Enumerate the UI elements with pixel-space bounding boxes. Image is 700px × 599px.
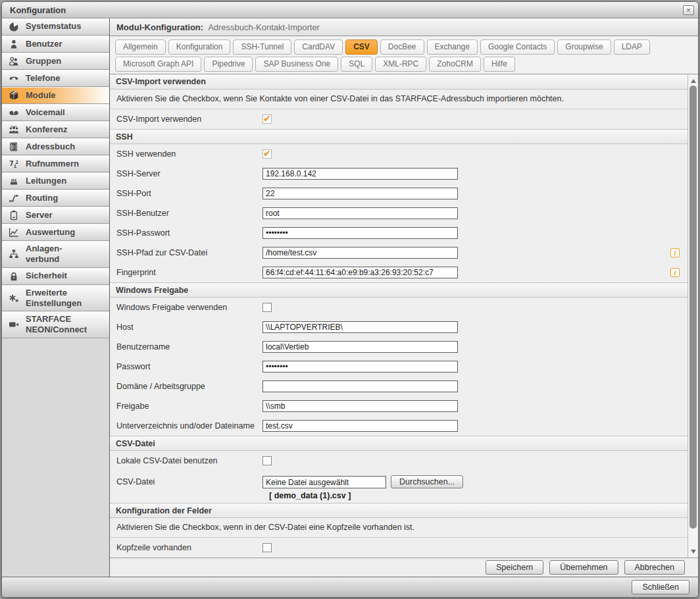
tab-google-contacts[interactable]: Google Contacts [480,39,555,55]
sidebar-item-label: Leitungen [26,174,66,188]
header-row-checkbox[interactable] [262,543,272,552]
tab-csv[interactable]: CSV [345,39,378,55]
field-row: SSH-Pfad zur CSV-Datei /home/test.csv i [110,243,688,263]
sidebar-item-systemstatus[interactable]: Systemstatus [2,18,109,36]
sidebar-item-label: Erweiterte Einstellungen [26,286,82,311]
sidebar-item-label: Konferenz [26,122,68,137]
sidebar-item-sicherheit[interactable]: Sicherheit [2,268,109,285]
field-row: Domäne / Arbeitsgruppe [110,377,688,396]
windows-username-label: Benutzername [116,342,262,352]
tab-bar: Allgemein Konfiguration SSH-Tunnel CardD… [110,36,698,74]
ssh-path-input[interactable]: /home/test.csv [262,247,458,259]
sidebar-item-label: Routing [26,191,58,205]
ssh-port-input[interactable]: 22 [262,188,458,199]
windows-password-input[interactable]: •••••••• [262,361,458,373]
sidebar-item-module[interactable]: Module [2,87,109,104]
csv-file-label: CSV-Datei [116,477,262,486]
tab-konfiguration[interactable]: Konfiguration [168,39,231,55]
tab-ssh-tunnel[interactable]: SSH-Tunnel [233,39,291,55]
server-icon [2,210,26,221]
tab-row-2: Microsoft Graph API Pipedrive SAP Busine… [115,57,698,72]
sidebar-item-label: STARFACE NEON/Connect [26,312,87,338]
windows-password-label: Passwort [116,362,262,371]
scroll-down-icon[interactable] [688,546,698,556]
ssh-password-input[interactable]: •••••••• [262,227,458,239]
tab-hilfe[interactable]: Hilfe [484,57,515,72]
sidebar-item-erweiterte-einstellungen[interactable]: Erweiterte Einstellungen [2,285,109,312]
sidebar-item-benutzer[interactable]: Benutzer [2,36,109,53]
field-row: SSH verwenden [110,144,688,164]
sidebar-item-telefone[interactable]: Telefone [2,70,109,87]
lock-icon [2,271,26,282]
field-row: Fingerprint 66:f4:cd:ef:44:11:64:a0:e9:b… [110,263,688,282]
field-row: Host \\LAPTOPVERTRIEB\ [110,317,688,337]
ssh-server-label: SSH-Server [116,169,262,178]
close-icon[interactable]: × [683,5,694,15]
csv-file-input[interactable]: Keine Datei ausgewählt [262,476,386,488]
fingerprint-input[interactable]: 66:f4:cd:ef:44:11:64:a0:e9:b9:a3:26:93:2… [262,267,458,278]
header-row-checkbox-label: Kopfzeile vorhanden [116,543,262,552]
apply-button[interactable]: Übernehmen [549,560,618,575]
ssh-server-input[interactable]: 192.168.0.142 [262,168,458,180]
csv-import-checkbox[interactable] [262,115,272,124]
sidebar-item-adressbuch[interactable]: Adressbuch [2,138,109,155]
host-input[interactable]: \\LAPTOPVERTRIEB\ [262,321,458,333]
info-icon[interactable]: i [670,268,680,277]
sidebar-item-label: Rufnummern [26,157,79,171]
sidebar-item-starface-neon[interactable]: STARFACE NEON/Connect [2,311,109,338]
section-header-csv-import: CSV-Import verwenden [110,74,688,90]
window-title: Konfiguration [10,5,683,15]
sidebar-item-gruppen[interactable]: Gruppen [2,53,109,70]
tab-zohocrm[interactable]: ZohoCRM [429,57,481,72]
csv-import-description: Aktivieren Sie die Checkbox, wenn Sie Ko… [110,90,688,109]
ssh-use-checkbox[interactable] [262,149,272,159]
sidebar-item-anlagenverbund[interactable]: Anlagen- verbund [2,241,109,268]
info-icon[interactable]: i [670,248,680,257]
ssh-user-input[interactable]: root [262,207,458,219]
sidebar-item-server[interactable]: Server [2,207,109,224]
tab-sql[interactable]: SQL [341,57,372,72]
tab-docbee[interactable]: DocBee [380,39,424,55]
tab-xml-rpc[interactable]: XML-RPC [375,57,426,72]
tab-microsoft-graph-api[interactable]: Microsoft Graph API [115,57,201,72]
vertical-scrollbar[interactable] [688,74,698,558]
section-header-konfiguration-der-felder: Konfiguration der Felder [110,503,688,518]
cancel-button[interactable]: Abbrechen [624,560,685,575]
title-bar: Konfiguration × [2,2,698,18]
header-value: Adressbuch-Kontakt-Importer [208,22,320,32]
csv-import-checkbox-label: CSV-Import verwenden [116,115,262,124]
sidebar-item-rufnummern[interactable]: 712 Rufnummern [2,155,109,172]
sidebar-item-leitungen[interactable]: Leitungen [2,172,109,190]
local-csv-use-checkbox[interactable] [262,456,272,465]
windows-username-input[interactable]: local\Vertieb [262,341,458,353]
tab-pipedrive[interactable]: Pipedrive [204,57,253,72]
subdirectory-input[interactable]: test.csv [262,420,458,432]
main-panel: Modul-Konfiguration: Adressbuch-Kontakt-… [110,18,698,577]
sidebar-item-voicemail[interactable]: Voicemail [2,104,109,121]
save-button[interactable]: Speichern [486,560,543,575]
numbers-icon: 712 [2,159,26,169]
sidebar-item-konferenz[interactable]: Konferenz [2,121,109,138]
lines-icon [2,176,26,186]
sidebar-item-auswertung[interactable]: Auswertung [2,224,109,241]
tab-groupwise[interactable]: Groupwise [557,39,611,55]
section-header-windows-freigabe: Windows Freigabe [110,282,688,298]
ssh-use-label: SSH verwenden [116,149,262,159]
camera-icon [2,319,26,330]
scrollbar-thumb[interactable] [689,86,697,529]
tab-carddav[interactable]: CardDAV [294,39,343,55]
sidebar-item-label: Benutzer [26,37,63,51]
sidebar-item-routing[interactable]: Routing [2,190,109,207]
close-button[interactable]: Schließen [632,580,689,594]
settings-content: CSV-Import verwenden Aktivieren Sie die … [110,74,698,558]
share-input[interactable]: \\smb [262,400,458,412]
sidebar-item-label: Sicherheit [26,269,67,283]
tab-sap-business-one[interactable]: SAP Business One [255,57,338,72]
browse-button[interactable]: Durchsuchen... [391,475,463,488]
scroll-up-icon[interactable] [688,76,698,86]
tab-allgemein[interactable]: Allgemein [115,39,166,55]
tab-exchange[interactable]: Exchange [427,39,478,55]
windows-share-use-checkbox[interactable] [262,303,272,312]
domain-input[interactable] [262,380,458,392]
tab-ldap[interactable]: LDAP [614,39,650,55]
